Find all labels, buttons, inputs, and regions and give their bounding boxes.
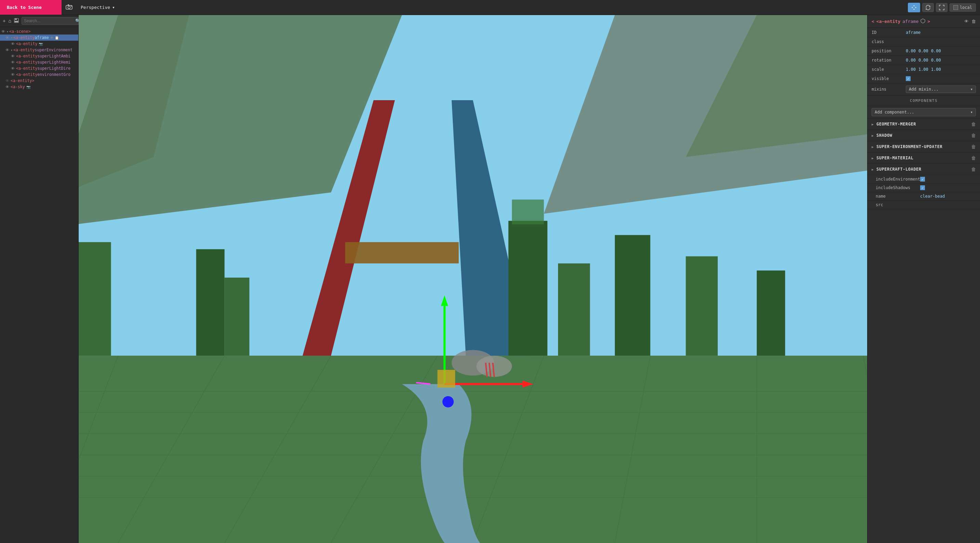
eye-icon[interactable]: 👁	[5, 35, 9, 40]
components-header: COMPONENTS	[867, 96, 980, 106]
camera-icon	[62, 4, 76, 11]
mixins-select[interactable]: Add mixin... ▾	[906, 86, 976, 93]
tree-attr-envgro: environmentGro	[37, 72, 70, 77]
save-icon[interactable]	[14, 18, 19, 24]
rot-z[interactable]: 0.00	[931, 58, 941, 62]
component-name-super-env-updater: SUPER-ENVIRONMENT-UPDATER	[877, 144, 971, 149]
eye-icon[interactable]: 👁	[5, 79, 9, 83]
prop-label-scale: scale	[872, 67, 906, 72]
visible-checkbox[interactable]: ✓	[906, 76, 911, 81]
inspector-shield-icon	[921, 19, 925, 24]
eye-icon[interactable]: 👁	[11, 42, 15, 46]
tree-item-scene[interactable]: 👁 ▾ < a-scene >	[0, 29, 78, 35]
eye-icon[interactable]: 👁	[11, 54, 15, 59]
add-component-placeholder: Add component...	[875, 110, 914, 115]
tree-attr-lighthemi: superLightHemi	[37, 60, 70, 65]
component-geometry-merger[interactable]: ▶ GEOMETRY-MERGER 🗑	[867, 119, 980, 130]
expand-arrow[interactable]: ▾	[11, 48, 13, 52]
scale-y[interactable]: 1.00	[918, 67, 928, 72]
tree-entity-tag: a-entity	[19, 54, 37, 59]
eye-icon[interactable]: 👁	[11, 66, 15, 71]
left-panel: + ⌂ 🔍 👁 ▾ < a-scene >	[0, 15, 79, 543]
svg-rect-34	[196, 249, 225, 356]
include-shadows-checkbox[interactable]: ✓	[920, 185, 925, 190]
eye-header-icon[interactable]: 👁	[964, 19, 969, 24]
component-name-geometry-merger: GEOMETRY-MERGER	[877, 122, 971, 126]
eye-icon[interactable]: 👁	[11, 73, 15, 77]
eye-icon[interactable]: 👁	[2, 29, 5, 34]
local-checkbox-icon	[953, 5, 958, 10]
rot-x[interactable]: 0.00	[906, 58, 916, 62]
sub-prop-value-name[interactable]: clear-bead	[920, 194, 945, 199]
back-to-scene-button[interactable]: Back to Scene	[0, 0, 62, 15]
eye-icon[interactable]: 👁	[11, 60, 15, 65]
add-component-select[interactable]: Add component... ▾	[872, 108, 976, 116]
tree-tag-open: <	[16, 72, 19, 77]
rot-y[interactable]: 0.00	[918, 58, 928, 62]
include-env-checkbox[interactable]: ✓	[920, 177, 925, 182]
perspective-dropdown[interactable]: Perspective ▾	[76, 5, 119, 10]
tree-item-envgro[interactable]: 👁 < a-entity environmentGro	[0, 72, 78, 78]
expand-arrow[interactable]: ▾	[6, 30, 8, 33]
component-arrow: ▶	[872, 134, 873, 137]
perspective-label: Perspective	[81, 5, 110, 10]
scale-z[interactable]: 1.00	[931, 67, 941, 72]
tree-item-entity-empty[interactable]: 👁 < a-entity >	[0, 78, 78, 84]
tree-item-sky[interactable]: 👁 < a-sky 📷	[0, 84, 78, 90]
tree-entity-tag: a-entity	[19, 72, 37, 77]
viewport-canvas	[79, 15, 867, 543]
tree-item-light-hemi[interactable]: 👁 < a-entity superLightHemi	[0, 59, 78, 65]
prop-row-id: ID aframe	[867, 28, 980, 37]
prop-value-rotation[interactable]: 0.00 0.00 0.00	[906, 58, 941, 62]
component-delete-icon[interactable]: 🗑	[971, 133, 976, 138]
toolbar-right: local	[904, 3, 980, 12]
component-shadow[interactable]: ▶ SHADOW 🗑	[867, 130, 980, 141]
header-icons: 👁 🗑	[964, 19, 976, 24]
eye-icon[interactable]: 👁	[5, 48, 9, 52]
tree-item-entity-aframe[interactable]: 👁 ▾ < a-entity aframe 👁 📋	[0, 35, 78, 41]
sub-prop-label-name: name	[876, 194, 920, 199]
trash-header-icon[interactable]: 🗑	[972, 19, 976, 24]
left-panel-toolbar: + ⌂ 🔍	[0, 15, 78, 27]
tree-item-entity-camera[interactable]: 👁 < a-entity 📷	[0, 41, 78, 47]
component-name-supercraft-loader: SUPERCRAFT-LOADER	[877, 167, 971, 172]
tree-item-entity-env[interactable]: 👁 ▾ < a-entity superEnvironment	[0, 47, 78, 53]
inspector-tag-open: <	[872, 19, 874, 24]
prop-row-visible: visible ✓	[867, 74, 980, 83]
scale-x[interactable]: 1.00	[906, 67, 916, 72]
component-delete-icon[interactable]: 🗑	[971, 155, 976, 161]
component-name-super-material: SUPER-MATERIAL	[877, 156, 971, 160]
prop-value-id[interactable]: aframe	[906, 30, 921, 35]
sub-prop-include-shadows: includeShadows ✓	[867, 184, 980, 192]
local-toggle[interactable]: local	[950, 3, 976, 12]
component-super-env-updater[interactable]: ▶ SUPER-ENVIRONMENT-UPDATER 🗑	[867, 141, 980, 153]
tree-attr-aframe: aframe	[35, 35, 49, 40]
tree-tag-close: >	[28, 29, 30, 34]
tree-item-light-dire[interactable]: 👁 < a-entity superLightDire	[0, 65, 78, 72]
viewport[interactable]	[79, 15, 867, 543]
component-delete-icon[interactable]: 🗑	[971, 167, 976, 172]
move-tool-button[interactable]	[908, 3, 920, 12]
expand-arrow[interactable]: ▾	[11, 36, 13, 40]
component-delete-icon[interactable]: 🗑	[971, 144, 976, 150]
pos-z[interactable]: 0.00	[931, 49, 941, 53]
refresh-button[interactable]	[922, 3, 934, 12]
component-arrow: ▶	[872, 145, 873, 149]
prop-value-position[interactable]: 0.00 0.00 0.00	[906, 49, 941, 53]
search-input[interactable]	[24, 19, 75, 23]
component-supercraft-loader[interactable]: ▶ SUPERCRAFT-LOADER 🗑	[867, 164, 980, 175]
tree-entity-tag: a-entity	[13, 78, 32, 83]
svg-marker-5	[925, 8, 928, 9]
eye-icon[interactable]: 👁	[5, 85, 9, 89]
prop-value-scale[interactable]: 1.00 1.00 1.00	[906, 67, 941, 72]
tree-item-light-ambi[interactable]: 👁 < a-entity superLightAmbi	[0, 53, 78, 59]
tree-attr-env: superEnvironment	[35, 48, 73, 52]
copy-icon: 📋	[55, 36, 59, 40]
add-entity-button[interactable]: +	[3, 18, 5, 24]
fullscreen-button[interactable]	[936, 3, 948, 12]
pos-y[interactable]: 0.00	[918, 49, 928, 53]
component-delete-icon[interactable]: 🗑	[971, 121, 976, 127]
add-component-row: Add component... ▾	[867, 106, 980, 119]
pos-x[interactable]: 0.00	[906, 49, 916, 53]
component-super-material[interactable]: ▶ SUPER-MATERIAL 🗑	[867, 153, 980, 164]
